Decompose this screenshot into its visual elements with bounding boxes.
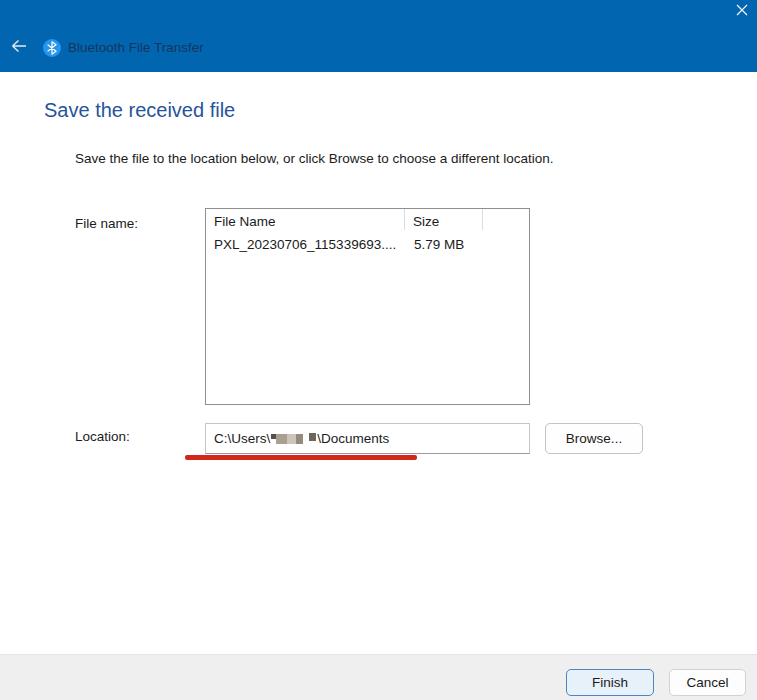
- cancel-button[interactable]: Cancel: [669, 669, 746, 696]
- table-row[interactable]: PXL_20230706_115339693.... 5.79 MB: [206, 237, 529, 257]
- bluetooth-file-transfer-window: Bluetooth File Transfer Save the receive…: [0, 0, 757, 700]
- finish-button[interactable]: Finish: [566, 669, 654, 696]
- file-list[interactable]: File Name Size PXL_20230706_115339693...…: [205, 208, 530, 405]
- finish-button-label: Finish: [592, 675, 628, 690]
- window-title: Bluetooth File Transfer: [68, 40, 204, 55]
- column-header-size[interactable]: Size: [405, 209, 483, 230]
- column-header-spacer: [483, 209, 529, 230]
- column-header-file-name[interactable]: File Name: [206, 209, 405, 230]
- back-arrow-icon: [10, 38, 28, 58]
- file-name-label: File name:: [75, 216, 138, 231]
- redacted-username: [271, 433, 316, 445]
- back-button[interactable]: [8, 38, 30, 58]
- location-path-prefix: C:\Users\: [214, 431, 270, 446]
- browse-button-label: Browse...: [566, 431, 622, 446]
- close-icon: [735, 3, 749, 21]
- location-path-suffix: \Documents: [317, 431, 389, 446]
- page-title: Save the received file: [44, 99, 235, 122]
- location-input[interactable]: C:\Users\\Documents: [205, 423, 530, 454]
- file-name-cell: PXL_20230706_115339693....: [206, 237, 406, 257]
- instruction-text: Save the file to the location below, or …: [75, 151, 554, 166]
- browse-button[interactable]: Browse...: [545, 423, 643, 454]
- location-label: Location:: [75, 429, 130, 444]
- file-size-cell: 5.79 MB: [406, 237, 484, 257]
- file-list-header: File Name Size: [206, 209, 529, 235]
- footer-bar: Finish Cancel: [0, 654, 757, 700]
- cancel-button-label: Cancel: [686, 675, 728, 690]
- bluetooth-icon: [43, 39, 61, 57]
- window-titlebar: Bluetooth File Transfer: [0, 0, 757, 72]
- close-button[interactable]: [731, 2, 753, 22]
